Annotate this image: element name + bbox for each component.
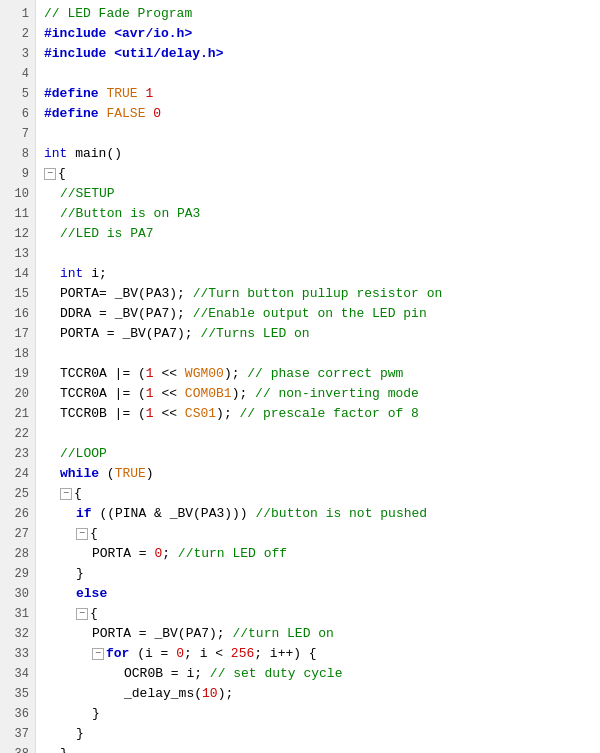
code-line-23: //LOOP [44, 444, 592, 464]
token: _BV [115, 304, 138, 324]
token: _BV [170, 504, 193, 524]
token: } [76, 724, 84, 744]
line-number-29: 29 [6, 564, 29, 584]
line-number-3: 3 [6, 44, 29, 64]
token: << [154, 384, 185, 404]
token: FALSE [106, 104, 153, 124]
token: (PA7); [138, 304, 193, 324]
code-line-16: DDRA = _BV(PA7); //Enable output on the … [44, 304, 592, 324]
fold-icon-line-25[interactable]: − [60, 488, 72, 500]
line-number-25: 25 [6, 484, 29, 504]
code-line-24: while (TRUE) [44, 464, 592, 484]
line-number-35: 35 [6, 684, 29, 704]
line-number-28: 28 [6, 544, 29, 564]
code-line-17: PORTA = _BV(PA7); //Turns LED on [44, 324, 592, 344]
code-line-8: int main() [44, 144, 592, 164]
line-number-19: 19 [6, 364, 29, 384]
code-line-3: #include <util/delay.h> [44, 44, 592, 64]
line-number-34: 34 [6, 664, 29, 684]
line-number-24: 24 [6, 464, 29, 484]
code-content: // LED Fade Program#include <avr/io.h>#i… [36, 0, 600, 753]
token: << [154, 364, 185, 384]
token: (PA3))) [193, 504, 255, 524]
token: #include <avr/io.h> [44, 24, 192, 44]
line-number-5: 5 [6, 84, 29, 104]
token: _BV [154, 624, 177, 644]
fold-icon-line-9[interactable]: − [44, 168, 56, 180]
fold-icon-line-27[interactable]: − [76, 528, 88, 540]
token: ) [146, 464, 154, 484]
line-number-7: 7 [6, 124, 29, 144]
fold-icon-line-33[interactable]: − [92, 648, 104, 660]
token: int [44, 144, 75, 164]
token: PORTA [60, 284, 99, 304]
token: () [106, 144, 122, 164]
token: if [76, 504, 99, 524]
token: TCCR0B [60, 404, 115, 424]
code-line-37: } [44, 724, 592, 744]
token: ); [218, 684, 234, 704]
code-line-14: int i; [44, 264, 592, 284]
token: _delay_ms [124, 684, 194, 704]
code-line-2: #include <avr/io.h> [44, 24, 592, 44]
token: 1 [146, 384, 154, 404]
token: else [76, 584, 107, 604]
token: #define [44, 84, 106, 104]
line-number-36: 36 [6, 704, 29, 724]
token: } [76, 564, 84, 584]
code-line-34: OCR0B = i; // set duty cycle [44, 664, 592, 684]
line-number-2: 2 [6, 24, 29, 44]
line-number-31: 31 [6, 604, 29, 624]
token: ); [224, 364, 247, 384]
token: #define [44, 104, 106, 124]
token: // non-inverting mode [255, 384, 419, 404]
code-line-28: PORTA = 0; //turn LED off [44, 544, 592, 564]
token: #include <util/delay.h> [44, 44, 223, 64]
token: while [60, 464, 107, 484]
token: // phase correct pwm [247, 364, 403, 384]
line-number-38: 38 [6, 744, 29, 753]
code-line-15: PORTA= _BV(PA3); //Turn button pullup re… [44, 284, 592, 304]
code-line-27: −{ [44, 524, 592, 544]
code-line-18 [44, 344, 592, 364]
token: PORTA [60, 324, 107, 344]
token: DDRA [60, 304, 99, 324]
token: = [99, 304, 115, 324]
token: { [90, 604, 98, 624]
code-line-33: −for (i = 0; i < 256; i++) { [44, 644, 592, 664]
token: 0 [176, 644, 184, 664]
fold-icon-line-31[interactable]: − [76, 608, 88, 620]
token: TCCR0A [60, 384, 115, 404]
token: 1 [146, 404, 154, 424]
code-line-25: −{ [44, 484, 592, 504]
token: _BV [122, 324, 145, 344]
line-number-8: 8 [6, 144, 29, 164]
code-line-31: −{ [44, 604, 592, 624]
token: TCCR0A [60, 364, 115, 384]
token: 256 [231, 644, 254, 664]
line-number-14: 14 [6, 264, 29, 284]
line-number-4: 4 [6, 64, 29, 84]
token: PORTA [92, 624, 139, 644]
code-line-30: else [44, 584, 592, 604]
line-number-16: 16 [6, 304, 29, 324]
code-line-29: } [44, 564, 592, 584]
token: COM0B1 [185, 384, 232, 404]
token: (PA7); [146, 324, 201, 344]
token: (i = [137, 644, 176, 664]
code-line-1: // LED Fade Program [44, 4, 592, 24]
token: = [107, 324, 123, 344]
code-line-11: //Button is on PA3 [44, 204, 592, 224]
token: (PA3); [138, 284, 193, 304]
token: ; [162, 544, 178, 564]
token: //Turn button pullup resistor on [193, 284, 443, 304]
line-number-21: 21 [6, 404, 29, 424]
line-number-gutter: 1234567891011121314151617181920212223242… [0, 0, 36, 753]
token: = [171, 664, 187, 684]
code-line-6: #define FALSE 0 [44, 104, 592, 124]
code-line-32: PORTA = _BV(PA7); //turn LED on [44, 624, 592, 644]
token: 0 [154, 544, 162, 564]
line-number-37: 37 [6, 724, 29, 744]
token: = [139, 624, 155, 644]
token: //turn LED off [178, 544, 287, 564]
